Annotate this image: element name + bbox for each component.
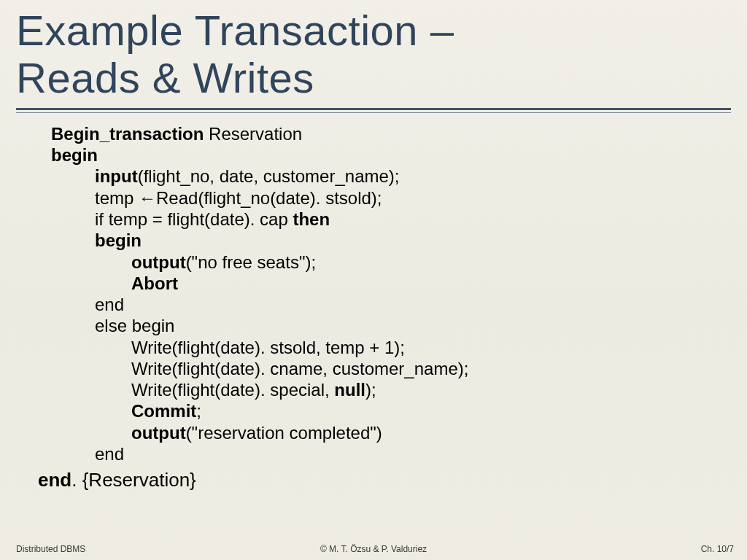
code-block: Begin_transaction Reservation begin inpu…	[16, 123, 731, 492]
code-line: input(flight_no, date, customer_name);	[95, 166, 731, 187]
footer-right: Ch. 10/7	[701, 544, 734, 554]
code-line: temp ←Read(flight_no(date). stsold);	[95, 187, 731, 209]
code-line: Write(flight(date). special, null);	[131, 379, 731, 400]
divider-top	[16, 108, 731, 110]
code-line: end	[95, 294, 731, 315]
code-line: Begin_transaction Reservation	[51, 123, 731, 144]
code-line: Abort	[131, 273, 731, 294]
slide-title: Example Transaction – Reads & Writes	[16, 7, 731, 102]
code-line: begin	[51, 144, 731, 166]
code-line-end: end. {Reservation}	[38, 469, 731, 492]
title-line-2: Reads & Writes	[16, 54, 314, 101]
footer-center: © M. T. Özsu & P. Valduriez	[0, 544, 747, 554]
divider-bottom	[16, 112, 731, 113]
code-line: Write(flight(date). cname, customer_name…	[131, 358, 731, 379]
code-line: Write(flight(date). stsold, temp + 1);	[131, 337, 731, 358]
code-line: output("reservation completed")	[131, 422, 731, 443]
code-line: Commit;	[131, 400, 731, 421]
code-line: output("no free seats");	[131, 252, 731, 273]
title-line-1: Example Transaction –	[16, 7, 454, 54]
code-line: begin	[95, 230, 731, 251]
code-line: if temp = flight(date). cap then	[95, 209, 731, 230]
code-line: else begin	[95, 315, 731, 336]
code-line: end	[95, 443, 731, 464]
slide: Example Transaction – Reads & Writes Beg…	[0, 0, 747, 560]
